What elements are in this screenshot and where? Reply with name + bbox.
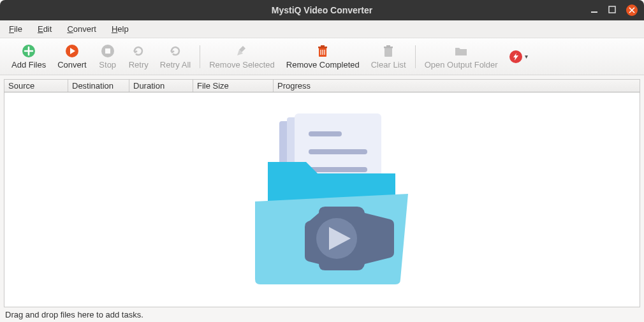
menu-convert[interactable]: Convert <box>63 23 100 35</box>
minimize-icon[interactable] <box>590 6 598 15</box>
retry-icon <box>131 43 145 59</box>
svg-rect-0 <box>591 11 597 13</box>
convert-label: Convert <box>57 60 87 70</box>
folder-icon <box>454 43 468 59</box>
titlebar: MystiQ Video Converter <box>0 0 644 20</box>
remove-completed-label: Remove Completed <box>286 60 360 70</box>
open-output-label: Open Output Folder <box>425 60 498 70</box>
stop-label: Stop <box>99 60 116 70</box>
retry-all-icon <box>168 43 182 59</box>
clear-list-label: Clear List <box>371 60 406 70</box>
trash-outline-icon <box>381 43 395 59</box>
toolbar-separator <box>200 45 200 68</box>
svg-rect-8 <box>321 45 325 47</box>
add-files-button[interactable]: Add Files <box>6 42 51 71</box>
remove-completed-button[interactable]: Remove Completed <box>281 42 365 71</box>
remove-selected-button: Remove Selected <box>204 42 280 71</box>
trash-icon <box>316 43 330 59</box>
stop-circle-icon <box>101 43 115 59</box>
statusbar: Drag and drop files here to add tasks. <box>0 307 644 322</box>
remove-selected-label: Remove Selected <box>209 60 275 70</box>
toolbar: Add Files Convert Stop Retry Retry All <box>0 38 644 75</box>
add-files-label: Add Files <box>11 60 46 70</box>
open-output-button: Open Output Folder <box>420 42 503 71</box>
svg-rect-9 <box>384 48 392 57</box>
status-text: Drag and drop files here to add tasks. <box>5 310 143 319</box>
col-progress[interactable]: Progress <box>274 80 640 92</box>
table-header: Source Destination Duration File Size Pr… <box>4 79 640 92</box>
content-area: Source Destination Duration File Size Pr… <box>0 75 644 307</box>
toolbar-separator-2 <box>415 45 416 68</box>
play-circle-icon <box>65 43 79 59</box>
menu-edit[interactable]: Edit <box>34 23 55 35</box>
col-source[interactable]: Source <box>4 80 68 92</box>
lightning-icon <box>509 50 522 63</box>
retry-all-button: Retry All <box>155 42 196 71</box>
svg-rect-5 <box>105 48 110 54</box>
window-title: MystiQ Video Converter <box>6 5 638 15</box>
svg-rect-16 <box>309 149 367 154</box>
convert-button[interactable]: Convert <box>52 42 92 71</box>
svg-rect-17 <box>309 167 367 172</box>
col-destination[interactable]: Destination <box>68 80 129 92</box>
clear-list-button: Clear List <box>366 42 411 71</box>
menu-file[interactable]: File <box>5 23 26 35</box>
col-filesize[interactable]: File Size <box>193 80 274 92</box>
plus-circle-icon <box>22 43 36 59</box>
retry-label: Retry <box>129 60 149 70</box>
titlebar-controls <box>590 4 638 16</box>
menubar: File Edit Convert Help <box>0 20 644 38</box>
svg-rect-1 <box>609 6 615 13</box>
app-window: MystiQ Video Converter File Edit Convert… <box>0 0 644 322</box>
col-duration[interactable]: Duration <box>129 80 193 92</box>
chevron-down-icon: ▾ <box>525 53 528 60</box>
maximize-icon[interactable] <box>608 6 616 15</box>
menu-help[interactable]: Help <box>108 23 133 35</box>
close-icon[interactable] <box>626 4 638 16</box>
svg-rect-11 <box>386 45 390 47</box>
retry-button: Retry <box>124 42 154 71</box>
power-menu-button[interactable]: ▾ <box>509 50 528 63</box>
retry-all-label: Retry All <box>160 60 191 70</box>
svg-rect-15 <box>309 131 342 136</box>
stop-button: Stop <box>93 42 122 71</box>
task-list-empty[interactable] <box>4 92 640 307</box>
empty-state-illustration <box>230 112 414 288</box>
broom-icon <box>235 43 249 59</box>
